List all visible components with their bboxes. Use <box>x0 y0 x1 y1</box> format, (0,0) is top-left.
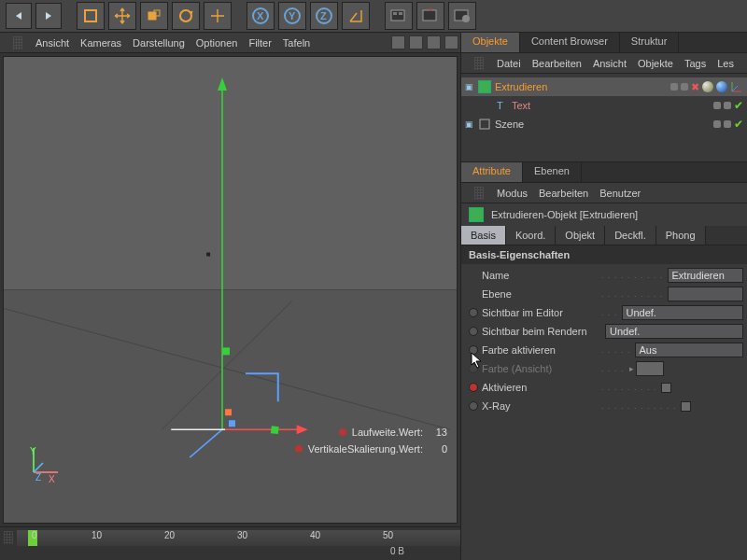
menu-objekte[interactable]: Objekte <box>638 58 673 69</box>
menu-datei[interactable]: Datei <box>497 58 521 69</box>
nav-orbit-icon[interactable] <box>427 35 441 49</box>
svg-rect-13 <box>423 10 436 21</box>
anim-dot[interactable] <box>469 345 478 355</box>
visible-editor-select[interactable]: Undef. <box>622 305 743 320</box>
svg-rect-24 <box>222 347 230 355</box>
timeline[interactable]: 0 10 20 30 40 50 0 B <box>0 526 460 560</box>
visibility-editor-toggle[interactable] <box>713 120 721 128</box>
xray-checkbox[interactable] <box>681 401 691 412</box>
svg-rect-16 <box>4 57 457 290</box>
menu-darstellung[interactable]: Darstellung <box>133 37 185 49</box>
menu-modus[interactable]: Modus <box>497 188 528 199</box>
name-field[interactable]: Extrudieren <box>668 268 743 283</box>
render-view-button[interactable] <box>385 2 413 30</box>
menu-bearbeiten[interactable]: Bearbeiten <box>532 58 582 69</box>
menu-filter[interactable]: Filter <box>248 37 271 49</box>
tab-objekte[interactable]: Objekte <box>461 33 520 52</box>
visibility-editor-toggle[interactable] <box>713 102 721 109</box>
move-tool[interactable] <box>108 2 136 30</box>
main-toolbar: X Y Z <box>0 0 747 33</box>
enable-check-icon[interactable]: ✔ <box>734 99 743 112</box>
nav-zoom-icon[interactable] <box>409 35 423 49</box>
viewport-panel: Ansicht Kameras Darstellung Optionen Fil… <box>0 33 460 560</box>
menu-tags[interactable]: Tags <box>684 58 706 69</box>
render-picture-button[interactable] <box>416 2 444 30</box>
disable-icon[interactable]: ✖ <box>691 81 699 93</box>
tag-phong-icon[interactable] <box>702 81 713 92</box>
visible-render-select[interactable]: Undef. <box>605 324 743 339</box>
grip-icon <box>13 36 22 49</box>
menu-ansicht[interactable]: Ansicht <box>593 58 627 69</box>
nav-layout-icon[interactable] <box>444 35 458 49</box>
svg-text:Y: Y <box>289 10 296 21</box>
anim-dot[interactable] <box>469 327 478 336</box>
scale-tool[interactable] <box>140 2 168 30</box>
menu-les[interactable]: Les <box>717 58 734 69</box>
svg-rect-27 <box>229 420 235 427</box>
tab-koord[interactable]: Koord. <box>506 226 556 245</box>
svg-rect-26 <box>225 409 232 415</box>
expand-icon[interactable]: ▣ <box>465 119 474 129</box>
grip-icon <box>4 531 13 544</box>
anim-dot[interactable] <box>469 401 478 411</box>
axis-z-button[interactable]: Z <box>310 2 338 30</box>
enable-check-icon[interactable]: ✔ <box>734 118 743 131</box>
prop-farbe-aktivieren: Farbe aktivieren. . . . . Aus <box>465 341 743 359</box>
aktivieren-checkbox[interactable] <box>661 383 671 393</box>
select-tool[interactable] <box>77 2 105 30</box>
menu-tafeln[interactable]: Tafeln <box>283 37 310 49</box>
anim-dot-active[interactable] <box>469 383 478 392</box>
object-manager-menubar: Datei Bearbeiten Ansicht Objekte Tags Le… <box>461 53 747 74</box>
null-icon <box>478 118 491 131</box>
menu-optionen[interactable]: Optionen <box>196 37 238 49</box>
viewport-3d[interactable]: Zentralperspektive <box>3 56 458 524</box>
collapse-icon[interactable]: ▣ <box>465 82 474 91</box>
tag-axis-icon[interactable] <box>730 80 743 93</box>
tree-item-label[interactable]: Text <box>512 100 530 111</box>
coord-system-button[interactable] <box>342 2 370 30</box>
visibility-editor-toggle[interactable] <box>670 83 678 91</box>
svg-text:Z: Z <box>320 10 327 21</box>
undo-button[interactable] <box>6 3 32 29</box>
tree-item-label[interactable]: Szene <box>495 119 524 130</box>
tab-content-browser[interactable]: Content Browser <box>520 33 620 52</box>
tree-row-szene[interactable]: ▣ Szene ✔ <box>461 115 747 133</box>
ebene-field[interactable] <box>668 287 743 301</box>
tab-objekt[interactable]: Objekt <box>556 226 605 245</box>
tab-basis[interactable]: Basis <box>461 226 506 245</box>
prop-name: Name. . . . . . . . . . Extrudieren <box>465 266 743 285</box>
tab-attribute[interactable]: Attribute <box>461 162 523 182</box>
menu-kameras[interactable]: Kameras <box>80 37 121 49</box>
anim-dot[interactable] <box>469 308 478 317</box>
nav-pan-icon[interactable] <box>391 35 405 49</box>
prop-ebene: Ebene. . . . . . . . . . <box>465 285 743 303</box>
menu-bearbeiten[interactable]: Bearbeiten <box>539 188 588 199</box>
tree-row-extrudieren[interactable]: ▣ Extrudieren ✖ <box>461 77 747 96</box>
svg-text:X: X <box>257 10 264 21</box>
visibility-render-toggle[interactable] <box>681 83 688 91</box>
tree-row-text[interactable]: T Text ✔ <box>461 96 747 115</box>
recent-tool[interactable] <box>204 2 232 30</box>
timeline-ruler[interactable]: 0 10 20 30 40 50 <box>17 530 460 546</box>
tree-item-label[interactable]: Extrudieren <box>495 81 547 92</box>
rotate-tool[interactable] <box>172 2 200 30</box>
tab-phong[interactable]: Phong <box>656 226 706 245</box>
axis-x-button[interactable]: X <box>247 2 275 30</box>
visibility-render-toggle[interactable] <box>724 102 731 109</box>
render-settings-button[interactable] <box>448 2 476 30</box>
properties-list: Name. . . . . . . . . . Extrudieren Eben… <box>461 264 747 417</box>
tab-deckfl[interactable]: Deckfl. <box>605 226 656 245</box>
prop-visible-render: Sichtbar beim Rendern Undef. <box>465 322 743 341</box>
attribute-panel-tabs: Attribute Ebenen <box>461 162 747 183</box>
grip-icon <box>474 57 484 70</box>
redo-button[interactable] <box>35 3 62 29</box>
tab-ebenen[interactable]: Ebenen <box>523 162 582 182</box>
menu-ansicht[interactable]: Ansicht <box>35 37 69 49</box>
farbe-aktivieren-select[interactable]: Aus <box>635 343 743 357</box>
tag-material-icon[interactable] <box>716 81 727 92</box>
visibility-render-toggle[interactable] <box>724 120 731 128</box>
menu-benutzer[interactable]: Benutzer <box>599 188 641 199</box>
tab-struktur[interactable]: Struktur <box>620 33 680 52</box>
axis-y-button[interactable]: Y <box>278 2 306 30</box>
anim-dot <box>469 364 478 373</box>
